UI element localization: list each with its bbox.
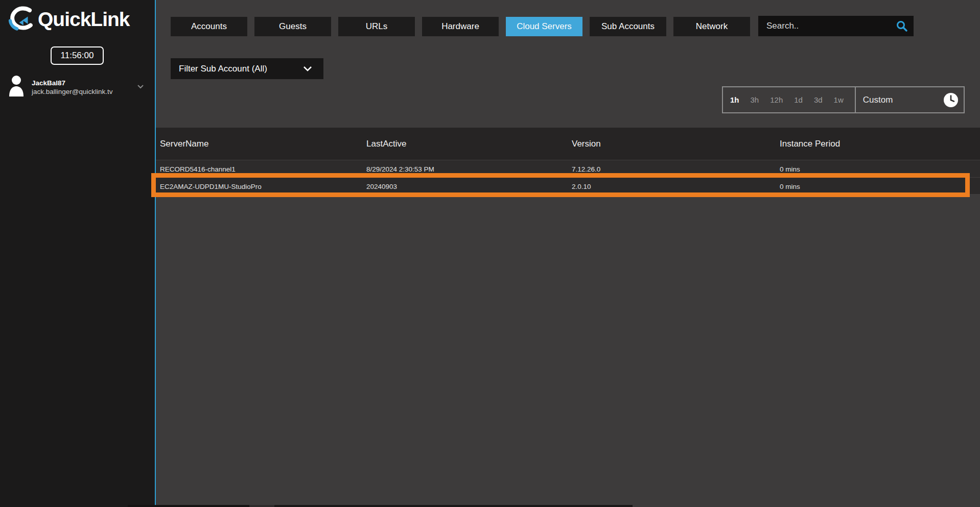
tab-sub-accounts[interactable]: Sub Accounts [590, 17, 666, 36]
range-option-1w[interactable]: 1w [834, 95, 844, 104]
table-row[interactable]: RECORD5416-channel1 8/29/2024 2:30:53 PM… [156, 160, 980, 177]
tab-accounts[interactable]: Accounts [171, 17, 247, 36]
cell-instance-period: 0 mins [780, 160, 800, 178]
sidebar: QuickLink 11:56:00 JackBal87 jack.ballin… [0, 0, 155, 507]
range-option-1d[interactable]: 1d [794, 95, 803, 104]
table-header: ServerName LastActive Version Instance P… [156, 128, 980, 160]
tab-urls[interactable]: URLs [338, 17, 415, 36]
column-header-lastactive: LastActive [366, 128, 406, 160]
range-divider [855, 87, 856, 112]
cell-server-name: EC2AMAZ-UDPD1MU-StudioPro [160, 178, 262, 195]
filter-label: Filter Sub Account (All) [171, 64, 303, 74]
range-option-3h[interactable]: 3h [751, 95, 759, 104]
chevron-down-icon [303, 66, 312, 72]
search-input[interactable] [758, 21, 896, 31]
search-icon[interactable] [896, 20, 907, 32]
tab-hardware[interactable]: Hardware [422, 17, 499, 36]
user-name: JackBal87 [32, 79, 65, 87]
clock-display: 11:56:00 [51, 46, 104, 65]
bottom-edge-bar [128, 505, 249, 507]
clock-icon[interactable] [943, 92, 959, 108]
cell-version: 2.0.10 [572, 178, 591, 195]
user-email: jack.ballinger@quicklink.tv [32, 88, 113, 95]
user-avatar-icon [8, 74, 25, 99]
column-header-version: Version [572, 128, 601, 160]
tab-network[interactable]: Network [673, 17, 750, 36]
user-menu[interactable]: JackBal87 jack.ballinger@quicklink.tv [0, 73, 155, 100]
cell-instance-period: 0 mins [780, 178, 800, 195]
filter-sub-account-dropdown[interactable]: Filter Sub Account (All) [171, 58, 323, 79]
bottom-edge-bar [249, 505, 274, 507]
range-option-3d[interactable]: 3d [814, 95, 823, 104]
time-range-selector: 1h 3h 12h 1d 3d 1w Custom [722, 86, 965, 113]
brand-logo: QuickLink [6, 5, 130, 33]
quicklink-logo-icon [6, 5, 38, 33]
column-header-servername: ServerName [160, 128, 208, 160]
range-option-1h[interactable]: 1h [730, 95, 739, 104]
column-header-instance-period: Instance Period [780, 128, 840, 160]
brand-name: QuickLink [38, 9, 130, 29]
range-option-12h[interactable]: 12h [770, 95, 783, 104]
cell-last-active: 8/29/2024 2:30:53 PM [366, 160, 434, 178]
tab-cloud-servers[interactable]: Cloud Servers [506, 17, 582, 36]
chevron-down-icon[interactable] [137, 82, 144, 91]
bottom-edge-bar [274, 505, 633, 507]
range-custom-button[interactable]: Custom [863, 95, 943, 105]
sidebar-divider [155, 0, 156, 507]
cell-server-name: RECORD5416-channel1 [160, 160, 236, 178]
cell-version: 7.12.26.0 [572, 160, 600, 178]
search-box [758, 16, 914, 36]
table-row[interactable]: EC2AMAZ-UDPD1MU-StudioPro 20240903 2.0.1… [156, 177, 980, 195]
cell-last-active: 20240903 [366, 178, 397, 195]
tab-guests[interactable]: Guests [254, 17, 331, 36]
